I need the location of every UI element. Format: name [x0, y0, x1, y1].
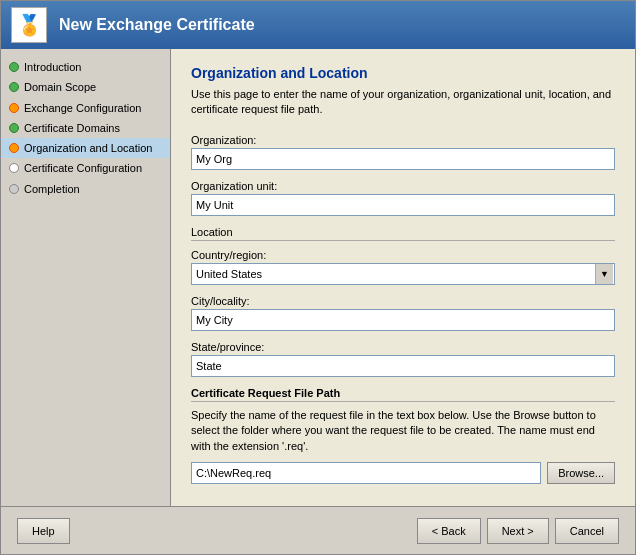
- browse-button[interactable]: Browse...: [547, 462, 615, 484]
- sidebar-label-completion: Completion: [24, 182, 80, 196]
- city-group: City/locality:: [191, 295, 615, 331]
- state-input[interactable]: [191, 355, 615, 377]
- dot-exchange-configuration: [9, 103, 19, 113]
- country-group: Country/region: United States Canada Uni…: [191, 249, 615, 285]
- sidebar-item-organization-and-location[interactable]: Organization and Location: [1, 138, 170, 158]
- sidebar-label-organization-and-location: Organization and Location: [24, 141, 152, 155]
- organization-input[interactable]: [191, 148, 615, 170]
- content-area: Organization and Location Use this page …: [171, 49, 635, 506]
- dot-organization-and-location: [9, 143, 19, 153]
- window-title: New Exchange Certificate: [59, 16, 255, 34]
- dot-introduction: [9, 62, 19, 72]
- file-path-title: Certificate Request File Path: [191, 387, 615, 402]
- page-description: Use this page to enter the name of your …: [191, 87, 615, 118]
- organization-label: Organization:: [191, 134, 615, 146]
- city-input[interactable]: [191, 309, 615, 331]
- dot-domain-scope: [9, 82, 19, 92]
- dot-certificate-domains: [9, 123, 19, 133]
- sidebar-label-certificate-configuration: Certificate Configuration: [24, 161, 142, 175]
- sidebar-label-certificate-domains: Certificate Domains: [24, 121, 120, 135]
- organization-group: Organization:: [191, 134, 615, 170]
- state-group: State/province:: [191, 341, 615, 377]
- dot-completion: [9, 184, 19, 194]
- sidebar-item-certificate-domains[interactable]: Certificate Domains: [1, 118, 170, 138]
- footer: Help < Back Next > Cancel: [1, 506, 635, 554]
- org-unit-label: Organization unit:: [191, 180, 615, 192]
- file-path-input[interactable]: [191, 462, 541, 484]
- country-select-wrapper: United States Canada United Kingdom Germ…: [191, 263, 615, 285]
- back-button[interactable]: < Back: [417, 518, 481, 544]
- main-window: New Exchange Certificate Introduction Do…: [0, 0, 636, 555]
- title-bar: New Exchange Certificate: [1, 1, 635, 49]
- footer-left: Help: [17, 518, 70, 544]
- sidebar-item-domain-scope[interactable]: Domain Scope: [1, 77, 170, 97]
- file-path-row: Browse...: [191, 462, 615, 484]
- main-content: Introduction Domain Scope Exchange Confi…: [1, 49, 635, 506]
- city-label: City/locality:: [191, 295, 615, 307]
- org-unit-group: Organization unit:: [191, 180, 615, 216]
- sidebar-label-exchange-configuration: Exchange Configuration: [24, 101, 141, 115]
- dot-certificate-configuration: [9, 163, 19, 173]
- sidebar-item-exchange-configuration[interactable]: Exchange Configuration: [1, 98, 170, 118]
- sidebar: Introduction Domain Scope Exchange Confi…: [1, 49, 171, 506]
- window-icon: [11, 7, 47, 43]
- country-label: Country/region:: [191, 249, 615, 261]
- file-path-section: Certificate Request File Path Specify th…: [191, 387, 615, 484]
- sidebar-item-completion[interactable]: Completion: [1, 179, 170, 199]
- footer-right: < Back Next > Cancel: [417, 518, 619, 544]
- sidebar-item-introduction[interactable]: Introduction: [1, 57, 170, 77]
- page-title: Organization and Location: [191, 65, 615, 81]
- sidebar-label-domain-scope: Domain Scope: [24, 80, 96, 94]
- location-divider: Location: [191, 226, 615, 241]
- file-path-description: Specify the name of the request file in …: [191, 408, 615, 454]
- next-button[interactable]: Next >: [487, 518, 549, 544]
- sidebar-label-introduction: Introduction: [24, 60, 81, 74]
- country-select[interactable]: United States Canada United Kingdom Germ…: [191, 263, 615, 285]
- state-label: State/province:: [191, 341, 615, 353]
- help-button[interactable]: Help: [17, 518, 70, 544]
- sidebar-item-certificate-configuration[interactable]: Certificate Configuration: [1, 158, 170, 178]
- org-unit-input[interactable]: [191, 194, 615, 216]
- cancel-button[interactable]: Cancel: [555, 518, 619, 544]
